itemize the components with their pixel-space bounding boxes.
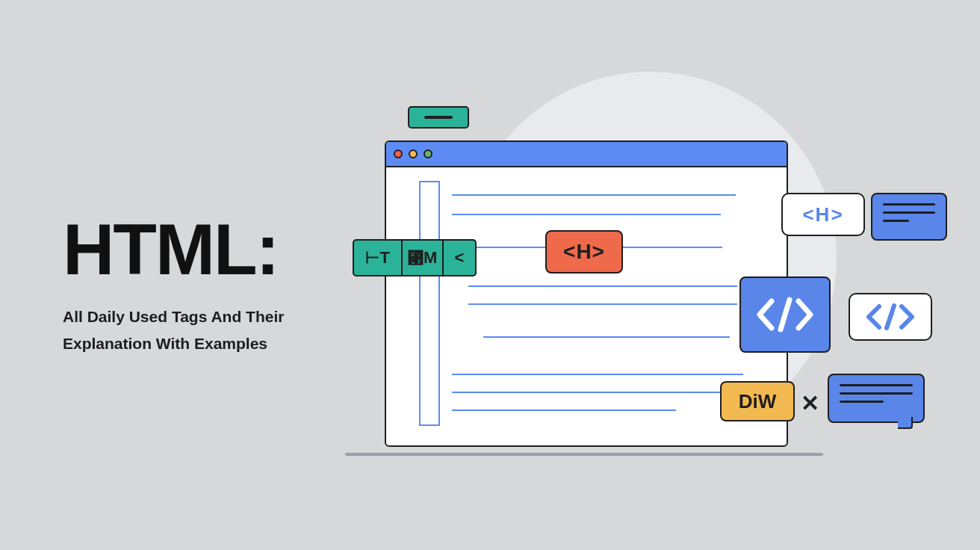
code-line <box>483 336 730 338</box>
window-max-icon <box>424 149 432 158</box>
line-icon <box>840 401 884 403</box>
code-line <box>452 194 736 196</box>
subtitle-line-2: Explanation With Examples <box>63 330 284 357</box>
comment-block-icon <box>828 374 925 423</box>
svg-line-2 <box>887 306 894 328</box>
close-x-icon: ✕ <box>801 390 819 416</box>
angle-slash-icon <box>866 302 915 332</box>
page-subtitle: All Daily Used Tags And Their Explanatio… <box>63 303 284 356</box>
chip-html-seg-c: < <box>444 239 477 276</box>
code-line <box>452 214 721 215</box>
tag-h-red: <H> <box>545 230 623 274</box>
line-icon <box>883 203 935 206</box>
text-block-icon <box>871 193 947 241</box>
chip-decor-top <box>408 106 469 129</box>
code-gutter <box>419 181 440 426</box>
line-icon <box>840 384 913 386</box>
self-closing-tag-blue <box>739 276 831 353</box>
code-line <box>468 285 737 287</box>
code-line <box>452 392 743 393</box>
page-title: HTML: <box>63 214 284 285</box>
tag-div-yellow: DiW <box>720 381 795 421</box>
line-icon <box>883 220 909 222</box>
chip-html-seg-a: ⊢T <box>353 239 403 276</box>
tag-h-white: <H> <box>781 193 865 236</box>
window-titlebar <box>386 142 787 167</box>
code-line <box>452 374 743 375</box>
self-closing-tag-white <box>849 293 932 341</box>
code-line <box>452 410 676 411</box>
base-shadow <box>345 453 823 456</box>
subtitle-line-1: All Daily Used Tags And Their <box>63 303 284 330</box>
angle-slash-icon <box>755 292 815 337</box>
chip-html-tag: ⊢T ⃉M < <box>353 239 477 276</box>
window-close-icon <box>394 149 403 158</box>
window-min-icon <box>409 149 418 158</box>
line-icon <box>840 392 913 395</box>
headline-block: HTML: All Daily Used Tags And Their Expl… <box>63 214 284 356</box>
chip-html-seg-b: ⃉M <box>403 239 444 276</box>
line-icon <box>883 211 935 214</box>
code-line <box>468 303 737 305</box>
